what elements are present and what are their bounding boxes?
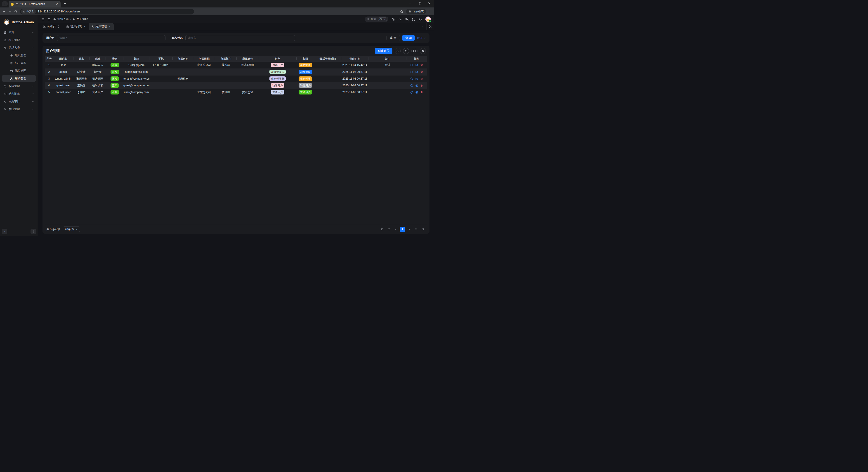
refresh-page-icon[interactable] <box>48 18 51 21</box>
create-account-button[interactable]: 创建账号 <box>375 48 393 54</box>
sidebar-item-org-people[interactable]: 组织人员 <box>2 44 36 51</box>
export-download-button[interactable] <box>395 48 401 54</box>
pin-icon[interactable] <box>57 25 60 28</box>
settings-gear-icon[interactable] <box>392 18 395 21</box>
table-row[interactable]: 3tenant_admin张管理员租户管理正常tenant@company.co… <box>45 75 427 82</box>
username-input[interactable] <box>57 35 165 41</box>
cell-email: admin@gmail.com <box>123 68 149 75</box>
translate-icon[interactable] <box>405 18 409 21</box>
activity-icon <box>4 100 6 103</box>
back-icon[interactable] <box>2 10 6 13</box>
cell-post <box>237 68 258 75</box>
sidebar-item-messages[interactable]: 站内消息 <box>2 90 36 97</box>
address-bar[interactable]: 不安全 124.221.26.30:8080/#/opm/users <box>20 8 194 14</box>
table-row[interactable]: 1Test测试人员正常123@qq.com17688123123北京分公司技术部… <box>45 62 427 68</box>
hamburger-icon[interactable] <box>41 18 45 21</box>
bell-icon[interactable] <box>418 18 422 21</box>
tab-analysis[interactable]: 分析页 <box>40 23 62 30</box>
cell-tenant <box>173 68 193 75</box>
table-row[interactable]: 2admin喵个咪鹳狸猿正常admin@gmail.com超级管理员超级管理20… <box>45 68 427 75</box>
tab-search-button[interactable] <box>2 1 8 6</box>
delete-icon[interactable] <box>420 64 423 66</box>
bookmark-star-icon[interactable] <box>400 10 403 13</box>
next-page-button[interactable] <box>406 227 412 232</box>
cell-last_login <box>314 89 341 96</box>
collapse-sidebar-button[interactable]: « <box>2 229 7 234</box>
browser-menu-icon[interactable]: ⋮ <box>429 10 432 13</box>
edit-icon[interactable] <box>415 77 418 80</box>
table-fullscreen-button[interactable] <box>411 48 417 54</box>
tab-tenant-list[interactable]: 租户列表 ✕ <box>64 23 89 30</box>
info-icon[interactable] <box>410 77 413 80</box>
content-fullscreen-button[interactable] <box>426 23 434 30</box>
sidebar-item-overview[interactable]: 概览 <box>2 29 36 36</box>
info-icon[interactable] <box>410 84 413 87</box>
edit-icon[interactable] <box>415 64 418 66</box>
reload-icon[interactable] <box>14 10 18 13</box>
cell-email: 123@qq.com <box>123 62 149 68</box>
perm-badge: 超级管理 <box>299 70 312 74</box>
theme-sun-icon[interactable] <box>398 18 402 21</box>
sidebar-item-audit[interactable]: 日志审计 <box>2 98 36 105</box>
cell-last_login <box>314 68 341 75</box>
table-row[interactable]: 4guest_user王访客临时访客正常guest@company.com访客用… <box>45 82 427 89</box>
maximize-button[interactable] <box>415 0 425 6</box>
security-chip[interactable]: 不安全 <box>21 9 36 14</box>
tabs-dropdown-button[interactable] <box>418 23 426 30</box>
expand-filters-link[interactable]: 展开 <box>417 36 426 40</box>
global-search[interactable]: 搜索 Ctrl K <box>365 17 388 22</box>
table-header-bar: 用户管理 创建账号 <box>45 46 427 56</box>
edit-icon[interactable] <box>415 91 418 94</box>
delete-icon[interactable] <box>420 84 423 87</box>
close-tab-icon[interactable]: ✕ <box>109 25 111 28</box>
sidebar-item-dept-manage[interactable]: 部门管理 <box>2 60 36 66</box>
sidebar-item-permission[interactable]: 权限管理 <box>2 83 36 90</box>
sidebar-item-user-manage[interactable]: 用户管理 <box>2 75 36 82</box>
page-size-select[interactable]: 20条/页 ▼ <box>63 226 80 232</box>
close-tab-icon[interactable]: ✕ <box>55 2 59 6</box>
info-icon[interactable] <box>410 64 413 66</box>
cell-no: 4 <box>45 82 53 89</box>
realname-input[interactable] <box>185 35 295 41</box>
first-page-button[interactable] <box>379 227 385 232</box>
breadcrumb-item-current: 用户管理 <box>76 17 88 21</box>
perm-badge: 普通用户 <box>299 90 312 94</box>
sidebar-item-post-manage[interactable]: 职位管理 <box>2 67 36 74</box>
cell-email: tenant@company.com <box>123 75 149 82</box>
sidebar-item-system[interactable]: 系统管理 <box>2 106 36 113</box>
jump-back-button[interactable] <box>386 227 392 232</box>
close-tab-icon[interactable]: ✕ <box>84 25 86 28</box>
info-icon[interactable] <box>410 70 413 73</box>
delete-icon[interactable] <box>420 77 423 80</box>
minimize-button[interactable] <box>405 0 415 6</box>
pin-sidebar-button[interactable] <box>31 229 36 234</box>
browser-tab[interactable]: 用户管理 - Kratos Admin ✕ <box>8 1 61 7</box>
column-settings-button[interactable] <box>420 48 426 54</box>
reset-button[interactable]: 重 置 <box>386 35 400 41</box>
cell-username: tenant_admin <box>53 75 73 82</box>
edit-icon[interactable] <box>415 84 418 87</box>
jump-forward-button[interactable] <box>413 227 418 232</box>
delete-icon[interactable] <box>420 70 423 73</box>
fullscreen-icon[interactable] <box>412 18 415 21</box>
sidebar-item-tenant[interactable]: 租户管理 <box>2 37 36 43</box>
info-icon[interactable] <box>410 91 413 94</box>
edit-icon[interactable] <box>415 70 418 73</box>
forward-icon[interactable] <box>8 10 12 13</box>
search-button[interactable]: 查 询 <box>402 35 415 41</box>
cell-dept: 技术部 <box>215 62 237 68</box>
new-tab-button[interactable]: + <box>62 1 68 6</box>
sidebar-item-org-manage[interactable]: 组织管理 <box>2 52 36 59</box>
breadcrumb-separator: › <box>70 18 71 21</box>
avatar[interactable] <box>426 17 431 22</box>
page-number-current[interactable]: 1 <box>400 227 405 232</box>
tab-user-manage[interactable]: 用户管理 ✕ <box>89 23 114 30</box>
close-window-button[interactable] <box>425 0 434 6</box>
refresh-table-button[interactable] <box>403 48 409 54</box>
gear-icon <box>4 108 6 111</box>
last-page-button[interactable] <box>420 227 426 232</box>
delete-icon[interactable] <box>420 91 423 94</box>
table-row[interactable]: 5normal_user李用户普通用户正常user@company.com北京分… <box>45 89 427 96</box>
prev-page-button[interactable] <box>393 227 398 232</box>
breadcrumb-item[interactable]: 组织人员 <box>57 17 69 21</box>
